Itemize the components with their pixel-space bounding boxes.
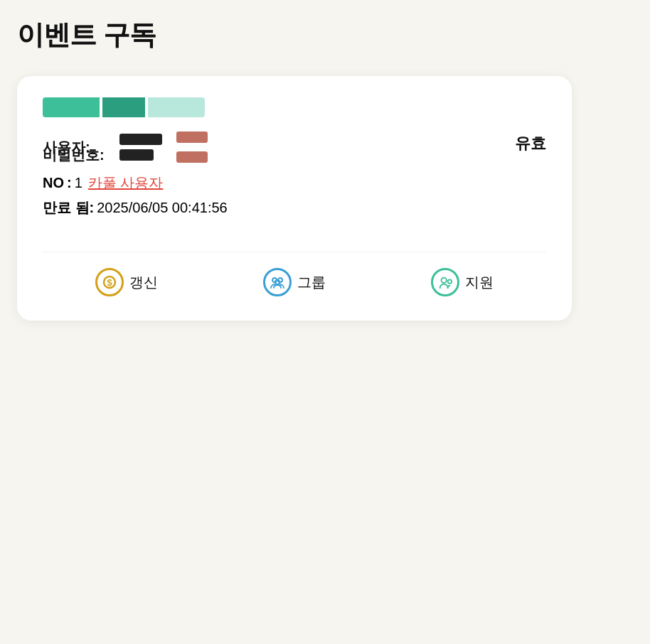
status-badge: 유효 — [515, 133, 546, 154]
progress-segment-1 — [43, 97, 100, 117]
carpool-link[interactable]: 카풀 사용자 — [88, 173, 164, 193]
credentials-block: 사용자: 비밀번호: — [43, 132, 546, 168]
svg-text:$: $ — [107, 277, 112, 288]
progress-bar — [43, 97, 546, 117]
progress-segment-2 — [102, 97, 145, 117]
info-section: 사용자: 비밀번호: NO : — [43, 132, 546, 218]
expiry-value: 2025/06/05 00:41:56 — [97, 200, 228, 216]
no-value: 1 — [75, 175, 82, 191]
support-button[interactable]: 지원 — [422, 264, 502, 301]
expiry-label: 만료 됨: — [43, 198, 94, 218]
group-label: 그룹 — [297, 273, 326, 292]
no-label: NO — [43, 175, 64, 191]
user-masked-brown-1 — [176, 132, 208, 143]
password-label: 비밀번호: — [43, 146, 114, 165]
svg-point-4 — [275, 280, 279, 284]
renew-icon: $ — [95, 268, 124, 296]
page-title: 이벤트 구독 — [17, 17, 633, 53]
group-button[interactable]: 그룹 — [255, 264, 334, 301]
progress-segment-3 — [148, 97, 205, 117]
no-row: NO : 1 카풀 사용자 — [43, 173, 546, 193]
svg-point-6 — [448, 279, 452, 283]
group-icon — [263, 268, 292, 296]
renew-button[interactable]: $ 갱신 — [87, 264, 166, 301]
support-label: 지원 — [465, 273, 494, 292]
user-masked-username — [119, 134, 162, 145]
expiry-row: 만료 됨: 2025/06/05 00:41:56 — [43, 198, 546, 218]
subscription-card: 유효 사용자: 비밀번호: — [17, 76, 572, 321]
renew-label: 갱신 — [129, 273, 158, 292]
password-row: 비밀번호: — [43, 146, 546, 165]
support-icon — [431, 268, 459, 296]
actions-row: $ 갱신 그룹 — [43, 252, 546, 301]
svg-point-5 — [442, 278, 447, 283]
